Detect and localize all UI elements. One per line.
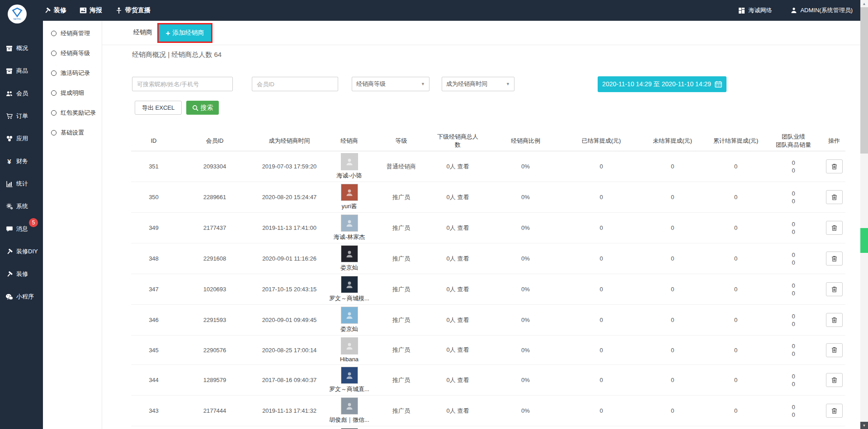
delete-button[interactable] (826, 190, 843, 204)
cell-team: 0 0 (764, 213, 823, 243)
view-link[interactable]: 查看 (457, 255, 469, 262)
cell-level: 推广员 (373, 396, 429, 426)
cell-join-time: 2017-08-16 09:40:37 (253, 365, 326, 396)
cell-join-time: 2019-10-10 10:44:04 (253, 426, 326, 429)
cell-ratio: 0% (486, 396, 565, 426)
cell-unsettled: 0 (637, 426, 708, 429)
calendar-icon (715, 81, 722, 88)
delete-button[interactable] (826, 343, 843, 357)
sidebar-item[interactable]: ¥ 财务 (0, 150, 43, 173)
view-link[interactable]: 查看 (457, 317, 469, 323)
navbar-item[interactable]: 海报 (79, 6, 102, 14)
sidebar-item[interactable]: 统计 (0, 173, 43, 195)
sidebar-item[interactable]: 概况 (0, 37, 43, 60)
cell-ratio: 0% (486, 305, 565, 336)
users-icon (5, 90, 13, 97)
cell-unsettled: 0 (637, 365, 708, 396)
keyword-input[interactable] (132, 77, 233, 91)
poster-icon (79, 7, 87, 14)
navbar-item[interactable]: 装修 (43, 6, 66, 14)
date-range-button[interactable]: 2020-11-10 14:29 至 2020-11-10 14:29 (598, 76, 726, 92)
navbar-right-item[interactable]: ADMIN(系统管理员) (790, 6, 853, 14)
sidebar-item[interactable]: 装修 (0, 263, 43, 285)
sidebar-item[interactable]: 订单 (0, 105, 43, 127)
tab-dealers[interactable]: 经销商 (133, 21, 152, 43)
submenu-item[interactable]: 提成明细 (43, 83, 102, 103)
submenu-item[interactable]: 红包奖励记录 (43, 103, 102, 123)
view-link[interactable]: 查看 (457, 346, 469, 353)
cell-id: 343 (131, 396, 176, 426)
table-row: 349 2177437 2019-11-13 17:41:00 海诚-林家杰 (131, 213, 845, 243)
hammer-icon (5, 248, 13, 255)
sidebar-item[interactable]: 系统 (0, 195, 43, 218)
time-select[interactable]: 成为经销商时间 ▼ (442, 77, 514, 91)
cell-actions (823, 396, 845, 426)
search-button[interactable]: 搜索 (186, 101, 219, 115)
sidebar-item[interactable]: 应用 (0, 127, 43, 150)
avatar (341, 184, 358, 201)
cart-icon (5, 113, 13, 120)
scroll-down-arrow[interactable]: ▼ (860, 422, 868, 429)
submenu-item[interactable]: 经销商等级 (43, 43, 102, 63)
export-excel-button[interactable]: 导出 EXCEL (135, 101, 182, 115)
brand-logo[interactable]: NETHC (8, 5, 27, 23)
delete-button[interactable] (826, 313, 843, 327)
cell-unsettled: 0 (637, 182, 708, 213)
avatar (341, 307, 358, 324)
view-link[interactable]: 查看 (457, 163, 469, 170)
cell-total-settled: 0 (708, 396, 764, 426)
cell-actions (823, 426, 845, 429)
cell-level: 推广员 (373, 182, 429, 213)
delete-button[interactable] (826, 404, 843, 418)
scrollbar-thumb-green[interactable] (860, 228, 868, 253)
delete-button[interactable] (826, 252, 843, 266)
cell-team: 0 0 (764, 336, 823, 365)
trash-icon (831, 377, 837, 383)
cell-dealer: Hibana (326, 336, 373, 365)
table-row: 351 2093304 2019-07-03 17:59:20 海诚-小骆 (131, 151, 845, 182)
view-link[interactable]: 查看 (457, 377, 469, 383)
delete-button[interactable] (826, 373, 843, 387)
view-link[interactable]: 查看 (457, 194, 469, 201)
cell-unsettled: 0 (637, 396, 708, 426)
cell-level: 推广员 (373, 426, 429, 429)
scroll-up-arrow[interactable]: ▲ (860, 0, 868, 7)
cell-id: 346 (131, 305, 176, 336)
cell-member-id: 1289579 (176, 365, 253, 396)
chart-icon (5, 181, 13, 187)
cell-total-settled: 0 (708, 151, 764, 182)
add-dealer-button[interactable]: + 添加经销商 (159, 24, 211, 42)
submenu-item[interactable]: 激活码记录 (43, 63, 102, 83)
circle-icon (51, 31, 57, 36)
dealer-name: 罗文～商城直... (329, 385, 369, 393)
cell-dealer: 娄京灿 (326, 243, 373, 274)
submenu-item[interactable]: 经销商管理 (43, 23, 102, 43)
sidebar-item[interactable]: 商品 (0, 60, 43, 82)
table-row: 347 1020693 2017-10-15 20:43:15 罗文～商城模.. (131, 274, 845, 305)
view-link[interactable]: 查看 (457, 286, 469, 293)
yen-icon: ¥ (5, 158, 13, 165)
navbar-item[interactable]: 带货直播 (115, 6, 151, 14)
view-link[interactable]: 查看 (457, 224, 469, 231)
cell-ratio: 0% (486, 213, 565, 243)
notification-badge: 5 (29, 218, 38, 227)
navbar-right-item[interactable]: 海诚网络 (738, 6, 772, 14)
scrollbar-thumb[interactable] (860, 7, 868, 154)
sidebar-item[interactable]: 装修DIY (0, 240, 43, 263)
delete-button[interactable] (826, 159, 843, 173)
sidebar-item[interactable]: 小程序 (0, 285, 43, 308)
sidebar-item[interactable]: 会员 (0, 82, 43, 105)
plus-icon: + (166, 29, 170, 37)
view-link[interactable]: 查看 (457, 407, 469, 414)
cell-dealer: 海诚-林家杰 (326, 213, 373, 243)
column-header: 等级 (373, 131, 429, 151)
trash-icon (831, 408, 837, 414)
delete-button[interactable] (826, 221, 843, 235)
sidebar-item[interactable]: 消息 5 (0, 218, 43, 240)
delete-button[interactable] (826, 282, 843, 296)
submenu-item[interactable]: 基础设置 (43, 123, 102, 143)
level-select[interactable]: 经销商等级 ▼ (352, 77, 429, 91)
member-id-input[interactable] (252, 77, 338, 91)
secondary-sidebar: 经销商管理 经销商等级 激活码记录 提成明细 红包奖励记录 (43, 21, 102, 429)
cell-join-time: 2019-07-03 17:59:20 (253, 151, 326, 182)
